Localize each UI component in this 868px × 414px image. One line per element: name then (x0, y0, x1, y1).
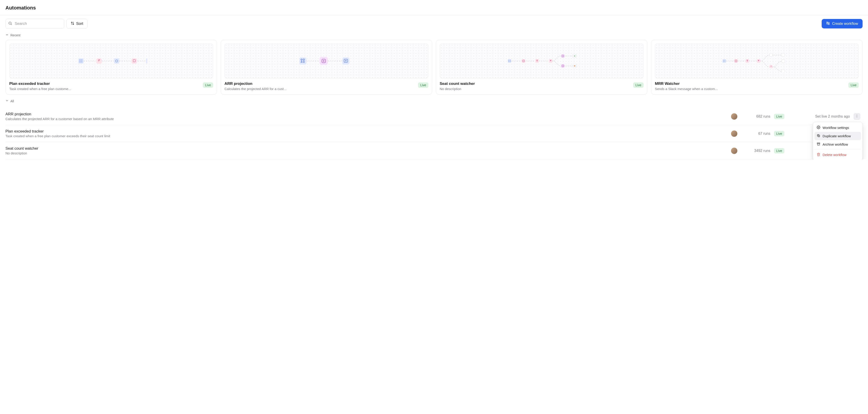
sort-icon (71, 22, 74, 26)
svg-point-70 (723, 60, 724, 61)
runs-count: 67 runs (741, 132, 770, 136)
runs-count: 3492 runs (741, 149, 770, 153)
svg-point-14 (81, 60, 82, 61)
workflow-preview (655, 43, 859, 78)
sort-label: Sort (76, 22, 83, 26)
svg-rect-11 (131, 58, 137, 64)
svg-rect-10 (114, 58, 119, 64)
svg-point-47 (510, 60, 510, 61)
workflow-card-desc: Sends a Slack message when a custom... (655, 87, 846, 91)
create-workflow-label: Create workflow (832, 22, 858, 26)
section-toggle-recent[interactable]: Recent (5, 32, 20, 40)
svg-point-16 (81, 61, 82, 62)
workflow-card-desc: Task created when a free plan custome... (9, 87, 200, 91)
svg-rect-69 (782, 70, 785, 72)
workflow-card[interactable]: Seat count watcher No description Live (436, 40, 647, 95)
section-toggle-all[interactable]: All (5, 98, 14, 106)
row-actions-button[interactable] (854, 113, 860, 120)
section-label: Recent (10, 33, 20, 37)
workflow-card-title: MRR Watcher (655, 81, 846, 86)
avatar (731, 148, 737, 154)
svg-point-49 (510, 61, 510, 62)
workflow-row-desc: Task created when a free plan customer e… (5, 134, 726, 138)
svg-point-71 (725, 60, 725, 61)
menu-item-label: Workflow settings (823, 126, 849, 130)
menu-item-archive[interactable]: Archive workflow (814, 140, 861, 148)
workflow-card[interactable]: ARR projection Calculates the projected … (221, 40, 432, 95)
menu-item-duplicate[interactable]: Duplicate workflow (814, 132, 861, 140)
status-badge: Live (774, 131, 784, 136)
workflow-row-title: Plan exceeded tracker (5, 129, 726, 134)
workflow-card-title: Seat count watcher (440, 81, 631, 86)
status-badge: Live (633, 82, 644, 88)
duplicate-icon (817, 134, 820, 138)
workflow-row-desc: Calculates the projected ARR for a custo… (5, 117, 726, 121)
create-workflow-button[interactable]: Create workflow (822, 19, 863, 29)
workflow-row-title: ARR projection (5, 112, 726, 116)
row-context-menu: Workflow settings Duplicate workflow Arc… (813, 122, 863, 159)
workflow-preview (9, 43, 213, 78)
trash-icon (817, 152, 820, 157)
gear-icon (817, 126, 820, 130)
svg-rect-65 (770, 53, 773, 57)
svg-point-15 (80, 61, 81, 62)
menu-item-settings[interactable]: Workflow settings (814, 124, 861, 132)
workflow-row[interactable]: Plan exceeded tracker Task created when … (5, 125, 863, 142)
workflow-card-title: ARR projection (224, 81, 416, 86)
menu-item-label: Duplicate workflow (823, 134, 851, 138)
svg-rect-22 (299, 57, 307, 65)
svg-point-46 (508, 60, 509, 61)
chevron-down-icon (5, 33, 8, 37)
svg-point-84 (818, 127, 819, 128)
svg-point-75 (857, 115, 857, 115)
workflow-card[interactable]: MRR Watcher Sends a Slack message when a… (651, 40, 863, 95)
svg-rect-43 (561, 64, 565, 68)
status-badge: Live (203, 82, 213, 88)
svg-rect-39 (522, 59, 525, 63)
svg-point-48 (508, 61, 509, 62)
status-badge: Live (418, 82, 428, 88)
workflow-row-title: Seat count watcher (5, 146, 726, 151)
set-live-label: Set live 2 months ago (791, 114, 850, 118)
svg-point-72 (723, 61, 724, 62)
svg-point-13 (80, 60, 81, 61)
svg-rect-62 (734, 59, 738, 63)
svg-rect-88 (817, 143, 820, 144)
section-label: All (10, 99, 14, 103)
status-badge: Live (774, 148, 784, 153)
svg-rect-42 (561, 54, 565, 58)
sort-button[interactable]: Sort (66, 19, 88, 29)
status-badge: Live (774, 114, 784, 119)
svg-point-76 (857, 115, 857, 116)
svg-rect-68 (782, 60, 785, 63)
workflow-preview (224, 43, 428, 78)
status-badge: Live (848, 82, 859, 88)
svg-rect-8 (78, 58, 84, 64)
workflow-card-desc: No description (440, 87, 631, 91)
avatar (731, 131, 737, 137)
svg-rect-38 (508, 59, 511, 63)
workflow-icon (826, 22, 830, 26)
menu-separator (814, 149, 861, 150)
runs-count: 682 runs (741, 114, 770, 118)
svg-rect-12 (146, 58, 147, 64)
svg-rect-24 (342, 57, 349, 65)
menu-item-delete[interactable]: Delete workflow (814, 150, 861, 159)
svg-rect-67 (782, 53, 785, 57)
workflow-preview (440, 43, 644, 78)
workflow-row[interactable]: Seat count watcher No description 3492 r… (5, 142, 863, 159)
workflow-row-desc: No description (5, 151, 726, 155)
workflow-row[interactable]: ARR projection Calculates the projected … (5, 108, 863, 125)
workflow-card-desc: Calculates the projected ARR for a cust.… (224, 87, 416, 91)
search-input-wrap (5, 19, 64, 29)
menu-item-label: Archive workflow (823, 142, 848, 146)
workflow-card[interactable]: Plan exceeded tracker Task created when … (5, 40, 217, 95)
archive-icon (817, 142, 820, 146)
more-vertical-icon (855, 114, 859, 119)
avatar (731, 113, 737, 119)
search-input[interactable] (5, 19, 64, 29)
chevron-down-icon (5, 99, 8, 103)
workflow-card-title: Plan exceeded tracker (9, 81, 200, 86)
svg-rect-61 (722, 59, 726, 63)
menu-item-label: Delete workflow (823, 153, 846, 157)
